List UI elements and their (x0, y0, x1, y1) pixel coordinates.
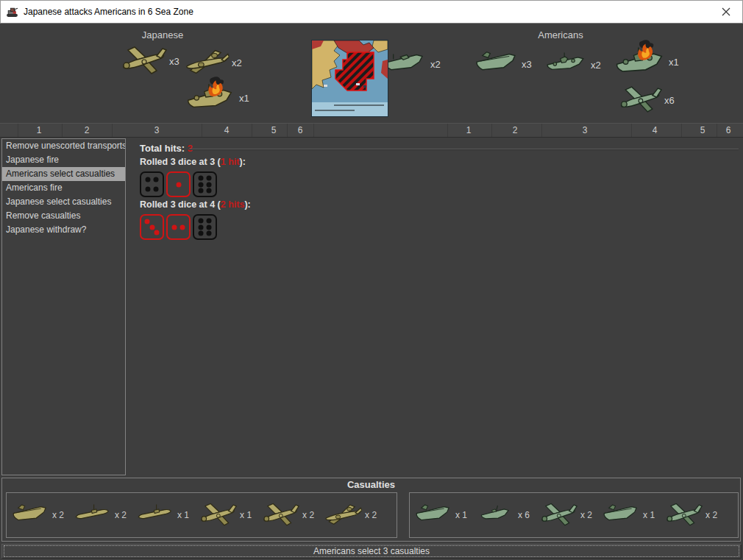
defender-name: Americans (538, 29, 583, 40)
close-icon (722, 7, 730, 16)
casualties-title: Casualties (2, 479, 740, 490)
fighter-unit-icon (539, 499, 577, 531)
battle-step-item: Remove unescorted transports (2, 139, 125, 153)
unit-count: x 2 (580, 510, 592, 520)
column-divider (202, 124, 202, 138)
unit-count: x3 (169, 56, 179, 67)
column-divider (313, 124, 314, 138)
attacker-dice-column-4: 4 (224, 125, 230, 135)
battle-step-item: Japanese withdraw? (2, 223, 125, 237)
bomber-unit-icon (324, 499, 362, 531)
japanese-unit-group: x 2 (74, 499, 127, 531)
column-divider (681, 124, 682, 138)
die-2-hit (166, 214, 191, 240)
panel-separator (0, 137, 743, 138)
unit-count: x 1 (177, 510, 189, 520)
attacker-dice-column-1: 1 (37, 125, 42, 135)
unit-count: x2 (430, 59, 441, 70)
fighter-unit-icon (664, 499, 703, 531)
unit-count: x 2 (52, 510, 64, 520)
fighter-unit-icon (618, 82, 662, 118)
defender-dice-column-5: 5 (700, 125, 705, 135)
unit-count: x2 (232, 57, 242, 68)
submarine-unit-icon (74, 499, 112, 531)
roll-label: Rolled 3 dice at 4 (2 hits): (140, 199, 552, 213)
column-divider (491, 124, 492, 138)
window-titlebar: Japanese attacks Americans in 6 Sea Zone (0, 0, 743, 24)
die-6 (193, 171, 217, 197)
column-divider (252, 124, 252, 138)
japanese-unit-group: x 2 (324, 499, 377, 531)
dice-row (140, 214, 552, 239)
attacker-dice-column-6: 6 (298, 125, 303, 135)
defender-casualties-box: x 1x 6x 2x 1x 2 (409, 492, 739, 538)
carrier-unit-icon (602, 499, 640, 531)
unit-count: x 2 (115, 510, 127, 520)
american-unit-group: x 1 (602, 499, 655, 531)
die-3-hit (140, 214, 164, 240)
dice-column-header: 123456123456 (0, 123, 743, 138)
attacker-dice-column-3: 3 (154, 125, 160, 135)
american-unit-group: x1 (612, 43, 679, 81)
carrier-unit-icon (414, 499, 452, 531)
roll-label: Rolled 3 dice at 3 (1 hit): (140, 157, 552, 170)
unit-count: x 1 (240, 510, 252, 520)
american-unit-group: x 1 (414, 499, 467, 531)
transport-unit-icon (383, 47, 428, 81)
attacker-dice-column-5: 5 (271, 125, 277, 135)
japanese-unit-group: x 1 (199, 499, 252, 531)
column-divider (541, 124, 542, 138)
battle-step-item: Japanese select casualties (2, 195, 125, 209)
unit-count: x3 (522, 59, 532, 70)
defender-dice-column-1: 1 (466, 125, 472, 135)
submarine-unit-icon (136, 499, 174, 531)
battle-step-item: Americans fire (2, 181, 125, 195)
app-icon (6, 6, 18, 18)
japanese-unit-group: x3 (120, 41, 179, 81)
unit-count: x 2 (705, 510, 717, 520)
attacker-dice-column-2: 2 (85, 125, 90, 135)
defender-dice-column-2: 2 (513, 125, 518, 135)
japanese-unit-group: x1 (182, 79, 249, 116)
die-4 (140, 171, 164, 197)
american-unit-group: x 6 (477, 499, 530, 531)
battle-map-thumbnail (312, 40, 388, 116)
japanese-unit-group: x 2 (11, 499, 64, 531)
carrier-unit-icon (11, 499, 49, 531)
action-button[interactable]: Americans select 3 casualties (1, 544, 742, 559)
column-divider (631, 124, 632, 138)
total-hits-border-line (189, 149, 739, 150)
defender-dice-column-3: 3 (583, 125, 588, 135)
column-divider (447, 124, 448, 138)
american-unit-group: x2 (383, 47, 441, 81)
attacker-name: Japanese (142, 29, 183, 40)
fighter-unit-icon (261, 499, 299, 531)
carrier-unit-icon (474, 47, 519, 81)
american-unit-group: x2 (543, 49, 601, 81)
battle-step-item: Japanese fire (2, 153, 125, 167)
close-button[interactable] (709, 1, 742, 22)
column-divider (717, 124, 717, 138)
battle-step-item: Americans select casualties (2, 167, 125, 181)
american-unit-group: x 2 (539, 499, 592, 531)
cruiser-unit-icon (543, 49, 589, 81)
battleship-damaged-unit-icon (612, 43, 666, 81)
unit-count: x 6 (518, 510, 530, 520)
american-unit-group: x3 (474, 47, 532, 81)
battle-window: Japanese attacks Americans in 6 Sea Zone… (0, 0, 743, 560)
fighter-unit-icon (120, 41, 167, 81)
die-6 (193, 214, 217, 240)
unit-count: x2 (591, 60, 601, 71)
die-1-hit (166, 171, 191, 197)
unit-count: x1 (669, 57, 679, 68)
battleship-damaged-unit-icon (182, 79, 237, 116)
total-hits-label: Total hits: (140, 143, 185, 154)
column-divider (287, 124, 288, 138)
defender-dice-column-6: 6 (726, 125, 731, 135)
american-unit-group: x6 (618, 82, 675, 118)
battle-steps-list: Remove unescorted transportsJapanese fir… (1, 138, 126, 475)
japanese-unit-group: x 2 (261, 499, 314, 531)
unit-count: x 2 (365, 510, 377, 520)
japanese-unit-group: x 1 (136, 499, 189, 531)
unit-count: x 1 (643, 510, 655, 520)
